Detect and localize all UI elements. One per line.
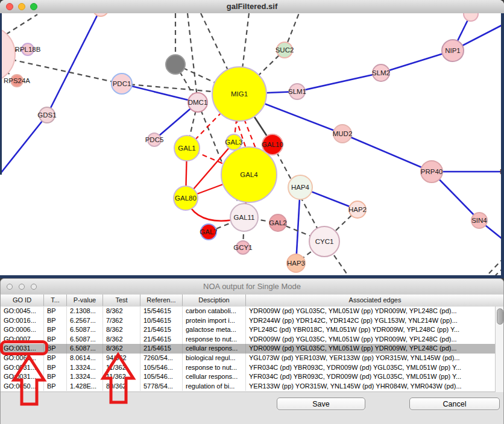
table-row[interactable]: GO:0016...BP6.2567...7/36210/54615protei… [1, 316, 504, 326]
table-cell: GO:0065... [1, 354, 44, 363]
table-cell: YDR009W (pd) YGL035C, YML051W (pp) YDR00… [246, 344, 504, 354]
table-cell: 6.2567... [67, 316, 103, 326]
node-label-gal1: GAL1 [178, 145, 195, 152]
node-label-hap3: HAP3 [287, 260, 305, 267]
edge-pd[interactable] [6, 14, 37, 34]
table-row[interactable]: GO:0065...BP8.0614...94/3627260/54...bio… [1, 354, 504, 363]
table-cell: YFR034C (pd) YBR093C, YDR009W (pd) YGL03… [246, 372, 504, 382]
table-cell: 7260/54... [140, 354, 183, 363]
table-cell: 94/362 [103, 354, 140, 363]
node-label-hap4: HAP4 [291, 184, 310, 191]
window-title: galFiltered.sif [0, 0, 504, 13]
table-cell: GO:0007... [1, 335, 44, 344]
node-label-slm2: SLM2 [372, 69, 390, 76]
table-cell: YER133W (pp) YOR315W, YNL145W (pd) YHR08… [246, 382, 504, 391]
table-cell: YGL073W (pd) YER103W, YER133W (pp) YOR31… [246, 354, 504, 363]
table-cell: GO:0016... [1, 316, 44, 326]
table-row[interactable]: GO:0007...BP6.5087...8/36221/54615respon… [1, 335, 504, 344]
table-row[interactable]: GO:0050...BP1.428E...80/3625778/54...reg… [1, 382, 504, 391]
table-cell: BP [44, 344, 67, 354]
edge-red-dash[interactable] [244, 119, 257, 151]
table-cell: 5778/54... [140, 382, 183, 391]
column-header-associated-edges[interactable]: Associated edges [246, 295, 504, 306]
edge-pp[interactable] [297, 73, 381, 92]
node-label-gal7: GAL7 [200, 228, 217, 235]
table-cell: 80/362 [103, 382, 140, 391]
table-cell: BP [44, 316, 67, 326]
table-row[interactable]: GO:0006...BP6.5087...8/36221/54615galact… [1, 325, 504, 335]
table-cell: 8/362 [103, 344, 140, 354]
table-cell: carbon cataboli... [183, 307, 246, 316]
node-label-mud2: MUD2 [333, 130, 353, 137]
table-header: GO IDT...P-valueTestReferen...Desciption… [1, 295, 504, 307]
table-cell: 6.5087... [67, 335, 103, 344]
table-cell: cellular respons... [183, 344, 246, 354]
table-cell: 105/546... [140, 363, 183, 373]
scrollbar-thumb[interactable] [497, 308, 503, 325]
table-row[interactable]: GO:0045...BP2.1308...8/36215/54615carbon… [1, 307, 504, 316]
table-cell: 21/54615 [140, 344, 183, 354]
network-window-titlebar[interactable]: galFiltered.sif [0, 0, 504, 14]
table-cell: 15/54615 [140, 307, 183, 316]
table-cell: cellular respons... [183, 372, 246, 382]
table-cell: biological regul... [183, 354, 246, 363]
node-label-rps24a: RPS24A [4, 77, 30, 84]
network-svg[interactable]: RPL18BRPS24AGDS1PDC1PDC5DMC1MIG1SUC2SLM1… [0, 13, 504, 275]
node-label-nip1: NIP1 [445, 47, 461, 54]
edge-pp[interactable] [342, 134, 432, 172]
table-cell: BP [44, 372, 67, 382]
table-cell: 7/362 [103, 316, 140, 326]
table-cell: GO:0050... [1, 382, 44, 391]
table-cell: GO:0006... [1, 325, 44, 335]
column-header-desciption[interactable]: Desciption [183, 295, 246, 306]
table-cell: 11/362 [103, 372, 140, 382]
table-cell: 105/546... [140, 372, 183, 382]
table-cell: 1.3324... [67, 363, 103, 373]
column-header-referen[interactable]: Referen... [140, 295, 183, 306]
save-button[interactable]: Save [277, 398, 365, 410]
node-label-hap2: HAP2 [348, 206, 367, 213]
table-cell: BP [44, 363, 67, 373]
table-cell: YDR009W (pd) YGL035C, YML051W (pp) YDR00… [246, 307, 504, 316]
table-cell: response to nut... [183, 335, 246, 344]
column-header-go-id[interactable]: GO ID [1, 295, 44, 306]
node-label-gcy1: GCY1 [233, 244, 252, 251]
vertical-scrollbar[interactable] [495, 307, 504, 392]
table-cell: YPL248C (pd) YBR018C, YML051W (pp) YDR00… [246, 325, 504, 335]
table-row[interactable]: GO:0031...BP6.5087...8/36221/54615cellul… [1, 344, 504, 354]
node-tr[interactable] [464, 13, 478, 21]
column-header-t[interactable]: T... [44, 295, 67, 306]
edge-pd[interactable] [187, 13, 198, 102]
table-cell: 2.1308... [67, 307, 103, 316]
node-tc[interactable] [93, 13, 109, 16]
table-cell: GO:0031... [1, 363, 44, 373]
table-cell: 6.5087... [67, 344, 103, 354]
column-header-p-value[interactable]: P-value [67, 295, 103, 306]
column-header-test[interactable]: Test [103, 295, 140, 306]
table-cell: 21/54615 [140, 325, 183, 335]
table-cell: YDR009W (pd) YGL035C, YML051W (pp) YDR00… [246, 335, 504, 344]
table-cell: 1.3324... [67, 372, 103, 382]
network-canvas[interactable]: RPL18BRPS24AGDS1PDC1PDC5DMC1MIG1SUC2SLM1… [0, 13, 504, 275]
table-cell: 8/362 [103, 307, 140, 316]
network-window: galFiltered.sif RPL18BRPS24AGDS1PDC1PDC5… [0, 0, 504, 278]
node-label-sin4: SIN4 [471, 217, 487, 224]
noa-window-titlebar[interactable]: NOA output for Single Mode [1, 279, 503, 295]
edge-pp[interactable] [0, 115, 47, 174]
table-row[interactable]: GO:0031...BP1.3324...11/362105/546...res… [1, 363, 504, 373]
table-cell: response to nut... [183, 363, 246, 373]
table-row[interactable]: GO:0031...BP1.3324...11/362105/546...cel… [1, 372, 504, 382]
node-label-slm1: SLM1 [288, 88, 306, 95]
noa-window-title: NOA output for Single Mode [1, 279, 503, 295]
node-big[interactable] [0, 26, 15, 83]
node-label-rpl18b: RPL18B [15, 46, 41, 53]
table-cell: BP [44, 382, 67, 391]
edge-pp[interactable] [47, 13, 101, 115]
node-label-pdc5: PDC5 [145, 136, 164, 143]
node-gray[interactable] [166, 55, 185, 74]
table-cell: 21/54615 [140, 335, 183, 344]
table-body: GO:0045...BP2.1308...8/36215/54615carbon… [1, 307, 504, 392]
node-label-gal10: GAL10 [262, 141, 283, 148]
cancel-button[interactable]: Cancel [409, 398, 500, 410]
table-cell: BP [44, 307, 67, 316]
